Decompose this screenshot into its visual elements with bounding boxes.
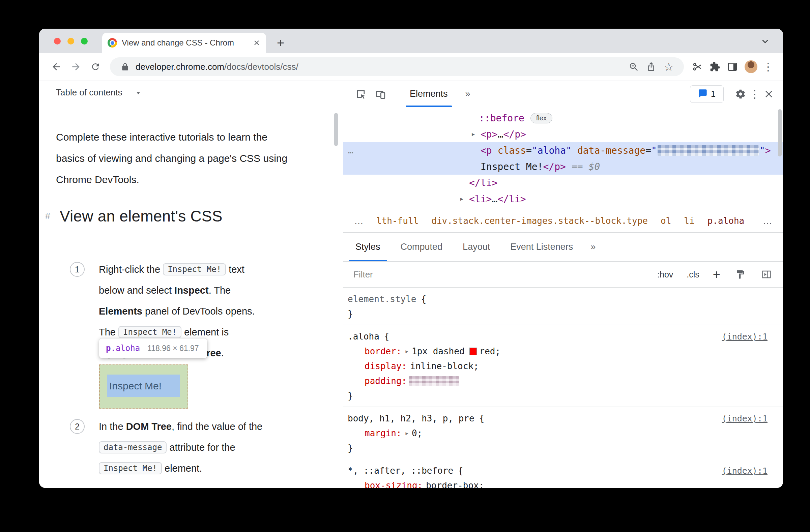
style-rule-universal[interactable]: *, ::after, ::before{ (index):1 box-sizi… <box>343 459 783 488</box>
filter-input[interactable]: Filter <box>353 269 644 280</box>
dom-tree-scrollbar[interactable] <box>778 109 782 156</box>
settings-gear-icon[interactable] <box>733 87 748 101</box>
tab-elements[interactable]: Elements <box>404 81 453 107</box>
stylesheet-source-link[interactable]: (index):1 <box>722 414 767 423</box>
desktop-background: View and change CSS - Chrom + <box>0 0 810 532</box>
intro-paragraph: Complete these interactive tutorials to … <box>56 127 292 190</box>
window-content: Table of contents Complete these interac… <box>39 81 783 488</box>
new-style-rule-button[interactable]: + <box>713 268 720 281</box>
step-2: 2 In the DOM Tree, find the value of the… <box>70 416 328 479</box>
tab-strip: View and change CSS - Chrom + <box>39 29 783 53</box>
message-count: 1 <box>711 89 716 99</box>
styles-pane: element.style{ } .aloha{ (index):1 borde… <box>343 287 783 488</box>
address-bar[interactable]: developer.chrome.com/docs/devtools/css/ … <box>110 57 684 76</box>
styles-tab-bar: Styles Computed Layout Event Listeners » <box>343 233 783 262</box>
forward-button-icon[interactable] <box>67 57 85 76</box>
page-title: View an element's CSS <box>60 207 223 225</box>
profile-avatar[interactable] <box>745 60 757 73</box>
style-rule-aloha[interactable]: .aloha{ (index):1 border:▶1px dashedred;… <box>343 325 783 407</box>
expand-arrow-icon[interactable]: ▶ <box>460 196 469 202</box>
expand-value-arrow-icon[interactable]: ▶ <box>406 431 408 436</box>
toggle-hover-button[interactable]: :hov <box>657 270 673 280</box>
mac-close-button[interactable] <box>54 38 61 45</box>
device-toolbar-icon[interactable] <box>373 87 388 101</box>
tooltip-dimensions: 118.96 × 61.97 <box>147 344 199 353</box>
breadcrumb-item[interactable]: div.stack.center-images.stack--block.typ… <box>431 216 648 226</box>
dom-row-collapsed-p[interactable]: ▶<p>…</p> <box>343 126 783 142</box>
tab-title: View and change CSS - Chrom <box>122 38 248 48</box>
anchor-hash-icon[interactable]: # <box>45 211 50 221</box>
dom-tree: ::before flex ▶<p>…</p> … <pclass="aloha… <box>343 107 783 209</box>
color-swatch-red[interactable] <box>469 348 477 355</box>
inspect-me-code-chip: Inspect Me! <box>163 263 226 276</box>
breadcrumb-overflow-right[interactable]: … <box>763 215 772 226</box>
zoom-icon[interactable] <box>627 60 641 74</box>
devtools-close-icon[interactable] <box>761 87 776 101</box>
url-path: /docs/devtools/css/ <box>224 62 298 72</box>
side-panel-icon[interactable] <box>724 59 741 75</box>
share-icon[interactable] <box>644 60 658 74</box>
devtools-panel: Elements » 1 ⋮ <box>343 81 783 488</box>
expand-value-arrow-icon[interactable]: ▶ <box>406 349 408 354</box>
lock-icon[interactable] <box>118 60 132 74</box>
inspect-me-demo-element[interactable]: Inspect Me! <box>99 364 188 409</box>
breadcrumb-item[interactable]: ol <box>661 216 671 226</box>
url-domain: developer.chrome.com <box>135 62 224 72</box>
redacted-css-value <box>409 376 459 386</box>
dom-row-selected[interactable]: … <pclass="aloha"data-message=""> Inspec… <box>343 142 783 174</box>
reload-button-icon[interactable] <box>86 57 104 76</box>
extensions-puzzle-icon[interactable] <box>707 59 723 75</box>
stylesheet-source-link[interactable]: (index):1 <box>722 466 767 476</box>
scissors-extension-icon[interactable] <box>689 59 706 75</box>
inspect-me-code-chip: Inspect Me! <box>99 462 162 475</box>
more-panels-button[interactable]: » <box>590 242 596 252</box>
console-messages-badge[interactable]: 1 <box>690 85 724 103</box>
breadcrumb-item-current[interactable]: p.aloha <box>708 216 745 226</box>
dom-breadcrumbs: … lth-full div.stack.center-images.stack… <box>343 209 783 233</box>
bookmark-star-icon[interactable]: ☆ <box>662 60 676 74</box>
more-tabs-button[interactable]: » <box>465 89 470 99</box>
tab-styles[interactable]: Styles <box>345 233 390 261</box>
data-message-code-chip: data-message <box>99 441 166 453</box>
mac-zoom-button[interactable] <box>81 38 88 45</box>
redacted-attribute-value <box>658 145 759 156</box>
breadcrumb-overflow-left[interactable]: … <box>354 215 363 226</box>
url-text: developer.chrome.com/docs/devtools/css/ <box>135 62 298 72</box>
toc-label: Table of contents <box>56 87 123 98</box>
tab-computed[interactable]: Computed <box>390 233 453 261</box>
browser-tab[interactable]: View and change CSS - Chrom <box>102 33 266 53</box>
breadcrumb-item[interactable]: lth-full <box>376 216 419 226</box>
mac-minimize-button[interactable] <box>67 38 74 45</box>
message-bubble-icon <box>698 89 708 99</box>
tab-search-chevron-icon[interactable] <box>759 35 771 47</box>
window-controls <box>54 38 88 45</box>
style-rule-element-style[interactable]: element.style{ } <box>343 287 783 325</box>
new-tab-button[interactable]: + <box>273 35 288 51</box>
breadcrumb-item[interactable]: li <box>684 216 694 226</box>
styles-filter-bar: Filter :hov .cls + <box>343 262 783 287</box>
paint-format-icon[interactable] <box>734 268 747 281</box>
browser-window: View and change CSS - Chrom + <box>39 29 783 488</box>
expand-arrow-icon[interactable]: ▶ <box>472 131 481 137</box>
tab-event-listeners[interactable]: Event Listeners <box>500 233 583 261</box>
docs-scrollbar[interactable] <box>334 113 338 146</box>
inspect-element-icon[interactable] <box>353 87 368 101</box>
node-options-dots[interactable]: … <box>348 142 353 159</box>
step-2-number: 2 <box>70 419 85 434</box>
dom-row-before[interactable]: ::before flex <box>343 110 783 126</box>
inspect-me-code-chip: Inspect Me! <box>118 326 181 338</box>
back-button-icon[interactable] <box>47 57 65 76</box>
stylesheet-source-link[interactable]: (index):1 <box>722 332 767 342</box>
dock-sidebar-icon[interactable] <box>760 268 773 281</box>
browser-menu-kebab-icon[interactable]: ⋮ <box>761 60 775 73</box>
tab-layout[interactable]: Layout <box>453 233 500 261</box>
devtools-menu-kebab-icon[interactable]: ⋮ <box>748 88 761 100</box>
table-of-contents-button[interactable]: Table of contents <box>56 85 142 100</box>
toggle-class-button[interactable]: .cls <box>686 270 699 280</box>
dom-row-collapsed-li[interactable]: ▶<li>…</li> <box>343 191 783 207</box>
tab-close-icon[interactable] <box>253 39 261 47</box>
style-rule-body-headings[interactable]: body, h1, h2, h3, p, pre{ (index):1 marg… <box>343 407 783 459</box>
flex-badge[interactable]: flex <box>531 113 552 123</box>
step-1-number: 1 <box>70 262 85 277</box>
dom-row-li-close[interactable]: </li> <box>343 174 783 191</box>
